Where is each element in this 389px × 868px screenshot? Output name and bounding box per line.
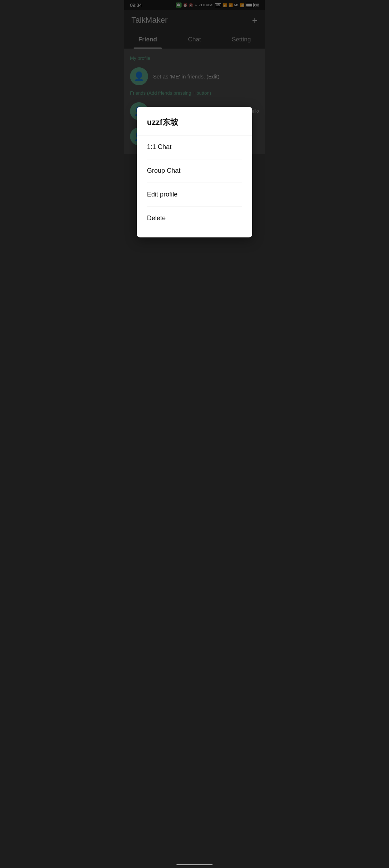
popup-group-chat[interactable]: Group Chat — [147, 159, 242, 183]
popup-delete[interactable]: Delete — [147, 207, 242, 230]
popup-one-to-one-chat[interactable]: 1:1 Chat — [147, 135, 242, 159]
popup-dialog: uzzf东坡 1:1 Chat Group Chat Edit profile … — [137, 107, 252, 237]
popup-contact-name: uzzf东坡 — [147, 117, 242, 128]
popup-edit-profile[interactable]: Edit profile — [147, 183, 242, 207]
